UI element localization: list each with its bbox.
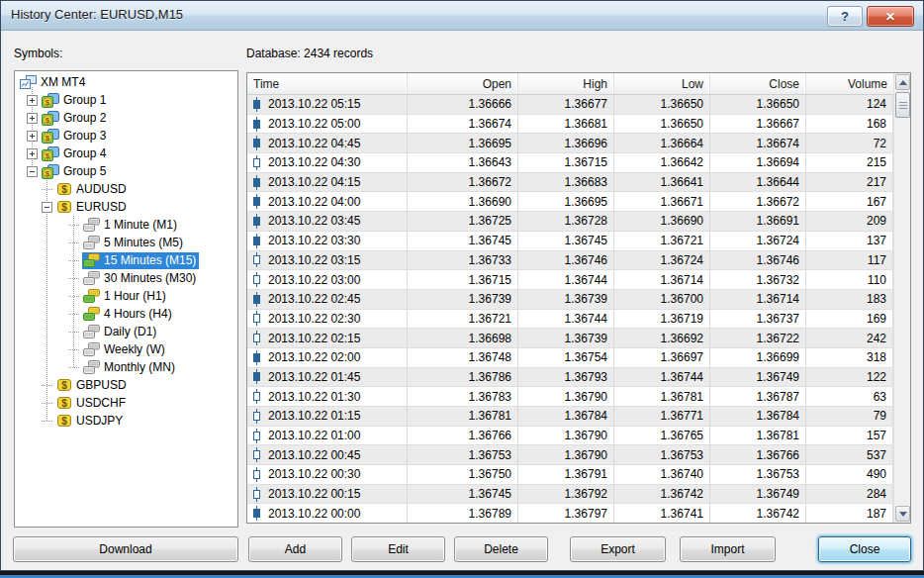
table-row[interactable]: 2013.10.22 03:151.367331.367461.367241.3… [247,251,893,271]
tree-item-monthly-mn[interactable]: Monthly (MN) [15,358,237,376]
cell-low: 1.36719 [614,310,710,329]
cell-low: 1.36765 [614,427,710,445]
expand-plus-icon[interactable] [27,95,38,106]
cell-low: 1.36781 [614,387,710,406]
table-row[interactable]: 2013.10.22 04:301.366431.367151.366421.3… [247,153,893,173]
tree-item-eurusd[interactable]: $EURUSD [15,198,237,216]
history-table: Time Open High Low Close Volume 2013.10.… [246,72,911,524]
download-button[interactable]: Download [13,536,238,562]
tree-item-usdchf[interactable]: $USDCHF [15,394,237,412]
cell-open: 1.36666 [408,95,518,114]
delete-button[interactable]: Delete [454,536,548,562]
dollar-badge-icon: $ [56,182,72,196]
table-row[interactable]: 2013.10.22 01:451.367861.367931.367441.3… [247,368,893,388]
cell-open: 1.36766 [408,427,518,445]
table-row[interactable]: 2013.10.22 03:301.367451.367451.367211.3… [247,232,893,251]
tree-item-30-minutes-m30[interactable]: 30 Minutes (M30) [15,269,237,287]
expand-plus-icon[interactable] [27,148,38,159]
collapse-minus-icon[interactable] [27,166,38,177]
tree-item-group-3[interactable]: $Group 3 [15,127,237,144]
tree-item-label: 5 Minutes (M5) [104,236,183,249]
time-value: 2013.10.22 02:00 [268,350,360,364]
table-row[interactable]: 2013.10.22 04:151.366721.366831.366411.3… [247,173,893,193]
cell-time: 2013.10.22 03:45 [247,212,408,231]
tree-item-gbpusd[interactable]: $GBPUSD [15,376,237,394]
table-row[interactable]: 2013.10.22 04:001.366901.366951.366711.3… [247,192,893,212]
tree-item-4-hours-h4[interactable]: 4 Hours (H4) [15,305,237,323]
table-row[interactable]: 2013.10.22 00:451.367531.367901.367531.3… [247,445,893,465]
tree-item-15-minutes-m15[interactable]: 15 Minutes (M15) [15,251,237,269]
tree-item-group-1[interactable]: $Group 1 [15,91,237,109]
expand-plus-icon[interactable] [27,113,38,124]
table-row[interactable]: 2013.10.22 00:301.367501.367911.367401.3… [247,465,893,485]
tree-item-xm-mt4[interactable]: XM MT4 [15,73,237,91]
close-button[interactable]: Close [818,536,911,562]
time-value: 2013.10.22 04:30 [268,155,360,169]
expand-plus-icon[interactable] [27,131,38,142]
tree-item-daily-d1[interactable]: Daily (D1) [15,323,237,340]
tree-item-usdjpy[interactable]: $USDJPY [15,412,237,430]
table-row[interactable]: 2013.10.22 02:301.367211.367441.367191.3… [247,310,893,330]
tree-item-1-hour-h1[interactable]: 1 Hour (H1) [15,287,237,305]
tree-item-label: XM MT4 [41,75,85,89]
edit-button[interactable]: Edit [351,536,445,562]
tree-connector [68,278,79,279]
tree-item-5-minutes-m5[interactable]: 5 Minutes (M5) [15,234,237,251]
history-center-window: History Center: EURUSD,M15 ? ✕ Symbols: … [0,0,924,571]
table-row[interactable]: 2013.10.22 01:151.367811.367841.367711.3… [247,407,893,427]
cell-close: 1.36667 [710,115,806,134]
tree-node: Daily (D1) [82,324,159,340]
table-row[interactable]: 2013.10.22 03:001.367151.367441.367141.3… [247,270,893,290]
cell-low: 1.36741 [614,504,710,523]
table-row[interactable]: 2013.10.22 02:001.367481.367541.366971.3… [247,348,893,368]
hollow-candle-icon [252,272,261,287]
cell-high: 1.36739 [518,329,614,347]
table-scrollbar[interactable] [893,73,910,523]
titlebar[interactable]: History Center: EURUSD,M15 ? ✕ [1,1,923,31]
table-row[interactable]: 2013.10.22 00:001.367891.367971.367411.3… [247,504,893,524]
cell-close: 1.36674 [710,134,806,152]
export-button[interactable]: Export [570,536,666,562]
filled-candle-icon [252,234,261,248]
scroll-thumb[interactable] [895,92,910,118]
scroll-down-button[interactable] [895,506,910,522]
table-row[interactable]: 2013.10.22 02:151.366981.367391.366921.3… [247,329,893,348]
table-row[interactable]: 2013.10.22 01:001.367661.367901.367651.3… [247,427,893,446]
table-row[interactable]: 2013.10.22 03:451.367251.367281.366901.3… [247,212,893,232]
cell-time: 2013.10.22 04:00 [247,192,408,211]
filled-candle-icon [252,369,261,384]
help-button[interactable]: ? [827,6,863,27]
tree-item-group-5[interactable]: $Group 5 [15,162,237,180]
table-row[interactable]: 2013.10.22 02:451.367391.367391.367001.3… [247,290,893,310]
cell-low: 1.36700 [614,290,710,309]
add-button[interactable]: Add [248,536,342,562]
table-row[interactable]: 2013.10.22 04:451.366951.366961.366641.3… [247,134,893,153]
filled-candle-icon [252,136,261,150]
cell-high: 1.36677 [518,95,614,114]
tree-item-label: 1 Hour (H1) [104,289,166,303]
cell-high: 1.36695 [518,192,614,211]
tree-item-audusd[interactable]: $AUDUSD [15,180,237,198]
cell-time: 2013.10.22 02:15 [247,329,408,347]
collapse-minus-icon[interactable] [42,202,52,213]
cell-high: 1.36715 [518,153,614,172]
table-row[interactable]: 2013.10.22 05:151.366661.366771.366501.3… [247,95,893,115]
tree-connector [42,403,52,404]
tree-item-weekly-w[interactable]: Weekly (W) [15,340,237,358]
tree-item-group-2[interactable]: $Group 2 [15,109,237,127]
time-value: 2013.10.22 05:00 [268,117,360,131]
hollow-candle-icon [252,311,261,326]
tree-item-group-4[interactable]: $Group 4 [15,144,237,162]
cell-volume: 137 [806,232,893,250]
table-row[interactable]: 2013.10.22 01:301.367831.367901.367811.3… [247,387,893,407]
triangle-down-icon [899,512,907,517]
tree-item-label: Group 2 [63,111,106,125]
table-row[interactable]: 2013.10.22 05:001.366741.366811.366501.3… [247,115,893,135]
tree-item-1-minute-m1[interactable]: 1 Minute (M1) [15,216,237,234]
import-button[interactable]: Import [680,536,776,562]
tree-item-label: 15 Minutes (M15) [104,253,196,267]
scroll-up-button[interactable] [895,74,910,90]
close-window-button[interactable]: ✕ [867,6,914,27]
table-row[interactable]: 2013.10.22 00:151.367451.367921.367421.3… [247,485,893,505]
cell-close: 1.36749 [710,485,806,504]
